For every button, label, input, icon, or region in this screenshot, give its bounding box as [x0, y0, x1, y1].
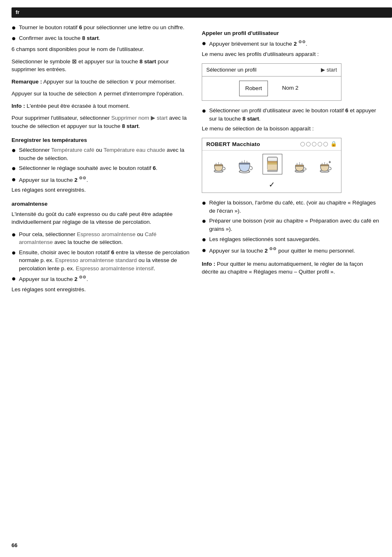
temp-bullet-1: ● Sélectionner Température café ou Tempé… [12, 146, 190, 162]
dot-2 [306, 142, 311, 146]
bullet-text: Les réglages sélectionnés sont sauvegard… [209, 235, 380, 244]
bullet-text: Appuyer sur la touche 2 ⚙⚙. [19, 274, 190, 283]
dot-5 [323, 142, 328, 146]
drink-after-bullet-4: ● Appuyer sur la touche 2 ⚙⚙ pour quitte… [202, 246, 380, 255]
bullet-dot: ● [12, 34, 17, 43]
profile-name-robert: Robert [239, 81, 268, 96]
bullet-dot: ● [12, 230, 17, 239]
appeler-para: Le menu avec les profils d'utilisateurs … [202, 50, 380, 58]
bullet-text: Pour cela, sélectionner Espresso aromaIn… [19, 230, 190, 246]
drink-header-indicators: 🔒 [300, 140, 337, 148]
cup-lungo-svg [236, 158, 253, 174]
aroma-intro: L'intensité du goût du café expresso ou … [12, 210, 190, 226]
drink-selection-box: ROBERT Macchiato 🔒 [202, 138, 341, 193]
bullet-dot: ● [202, 246, 208, 255]
bullet-text: Régler la boisson, l'arôme du café, etc.… [209, 199, 380, 215]
bullet-dot: ● [12, 146, 17, 155]
bullet-text: Sélectionner un profil d'utilisateur ave… [209, 107, 380, 123]
bullet-intro-2: ● Confirmer avec la touche 8 start. [12, 34, 190, 43]
section-appeler: Appeler un profil d'utilisateur [202, 29, 380, 37]
bullet-text: Confirmer avec la touche 8 start. [19, 34, 190, 42]
bullet-dot: ● [12, 175, 17, 184]
para-symbole: Sélectionner le symbole ⊠ et appuyer sur… [12, 58, 190, 74]
svg-rect-6 [239, 163, 250, 164]
bullet-dot: ● [202, 107, 208, 116]
bullet-text: Sélectionner le réglage souhaité avec le… [19, 164, 190, 172]
remarque-line2: Appuyer sur la touche de sélection ∧ per… [12, 90, 190, 98]
checkmark-row: ✓ [202, 178, 341, 193]
drink-after-bullet-2: ● Préparer une boisson (voir au chapitre… [202, 217, 380, 233]
page-number: 66 [0, 538, 392, 557]
main-content: ● Tourner le bouton rotatif 6 pour sélec… [0, 18, 392, 538]
drink-menu-para: Le menu de sélection de la boisson appar… [202, 125, 380, 133]
cup-cappuccino [263, 154, 282, 174]
right-info-label: Info : [202, 261, 215, 267]
remarque-label: Remarque : [12, 79, 42, 85]
svg-rect-13 [267, 163, 277, 165]
bullet-text: Appuyer sur la touche 2 ⚙⚙ pour quitter … [209, 246, 380, 255]
drink-after-bullet-3: ● Les réglages sélectionnés sont sauvega… [202, 235, 380, 244]
bullet-text: Sélectionner Température café ou Tempéra… [19, 146, 190, 162]
svg-rect-1 [214, 165, 223, 166]
page: fr ● Tourner le bouton rotatif 6 pour sé… [0, 0, 392, 557]
bullet-text: Préparer une boisson (voir au chapitre «… [209, 217, 380, 233]
cup-espresso2 [292, 160, 307, 174]
info-block: Info : L'entrée peut être écrasée à tout… [12, 102, 190, 110]
cup-lungo [236, 158, 253, 174]
para-champs: 6 champs sont disponibles pour le nom de… [12, 45, 190, 53]
bullet-text: Tourner le bouton rotatif 6 pour sélecti… [19, 23, 190, 32]
bullet-dot: ● [202, 235, 208, 244]
svg-rect-11 [267, 157, 277, 161]
cup-special-svg: ✦ [317, 160, 332, 174]
svg-rect-23 [321, 165, 329, 166]
cup-espresso-svg [211, 160, 226, 174]
para-supprimer: Pour supprimer l'utilisateur, sélectionn… [12, 114, 190, 130]
bullet-dot: ● [12, 274, 17, 283]
profile-box-header: Sélectionner un profil ▶ start [202, 64, 341, 77]
bullet-dot: ● [202, 199, 208, 208]
cup-espresso [211, 160, 226, 174]
lang-badge: fr [12, 7, 392, 18]
cup-special: ✦ [317, 160, 332, 174]
aroma-bullet-1: ● Pour cela, sélectionner Espresso aroma… [12, 230, 190, 246]
checkmark: ✓ [269, 179, 275, 190]
bullet-dot: ● [202, 39, 208, 48]
temp-note: Les réglages sont enregistrés. [12, 186, 190, 194]
temp-bullet-3: ● Appuyer sur la touche 2 ⚙⚙. [12, 175, 190, 184]
drink-after-bullet-1: ● Régler la boisson, l'arôme du café, et… [202, 199, 380, 215]
remarque-block: Remarque : Appuyer sur la touche de séle… [12, 78, 190, 98]
svg-text:✦: ✦ [328, 160, 332, 165]
section-aroma: aromaIntense [12, 200, 190, 208]
drink-header-name: ROBERT Macchiato [206, 140, 260, 149]
profile-name-2: Nom 2 [276, 81, 304, 96]
aroma-note: Les réglages sont enregistrés. [12, 285, 190, 294]
bullet-text: Appuyer brièvement sur la touche 2 ⚙⚙. [209, 39, 380, 48]
section-temperatures: Enregistrer les températures [12, 136, 190, 144]
bullet-intro-1: ● Tourner le bouton rotatif 6 pour sélec… [12, 23, 190, 32]
left-column: ● Tourner le bouton rotatif 6 pour sélec… [12, 23, 190, 529]
profile-box-body: Robert Nom 2 [202, 77, 341, 100]
dot-1 [300, 142, 305, 146]
appeler-bullet-1: ● Appuyer brièvement sur la touche 2 ⚙⚙. [202, 39, 380, 48]
cup-espresso2-svg [292, 160, 307, 174]
aroma-bullet-3: ● Appuyer sur la touche 2 ⚙⚙. [12, 274, 190, 283]
bullet-dot: ● [12, 164, 17, 173]
dot-3 [312, 142, 316, 146]
bullet-dot: ● [12, 248, 17, 258]
svg-rect-12 [267, 161, 277, 163]
bullet-dot: ● [12, 23, 17, 32]
after-profile-bullet: ● Sélectionner un profil d'utilisateur a… [202, 107, 380, 123]
right-info-block: Info : Pour quitter le menu automatiquem… [202, 260, 380, 276]
svg-rect-18 [295, 165, 304, 166]
bullet-text: Ensuite, choisir avec le bouton rotatif … [19, 248, 190, 273]
right-column: Appeler un profil d'utilisateur ● Appuye… [202, 23, 380, 529]
dot-4 [318, 142, 322, 146]
info-label: Info : [12, 103, 25, 109]
drink-box-header: ROBERT Macchiato 🔒 [202, 138, 341, 151]
profile-start-arrow: ▶ start [321, 66, 337, 74]
remarque-line1: Remarque : Appuyer sur la touche de séle… [12, 78, 190, 86]
svg-rect-14 [267, 165, 277, 170]
lock-icon: 🔒 [330, 140, 337, 148]
profile-box-label: Sélectionner un profil [206, 66, 256, 74]
cup-cappuccino-svg [265, 155, 280, 173]
